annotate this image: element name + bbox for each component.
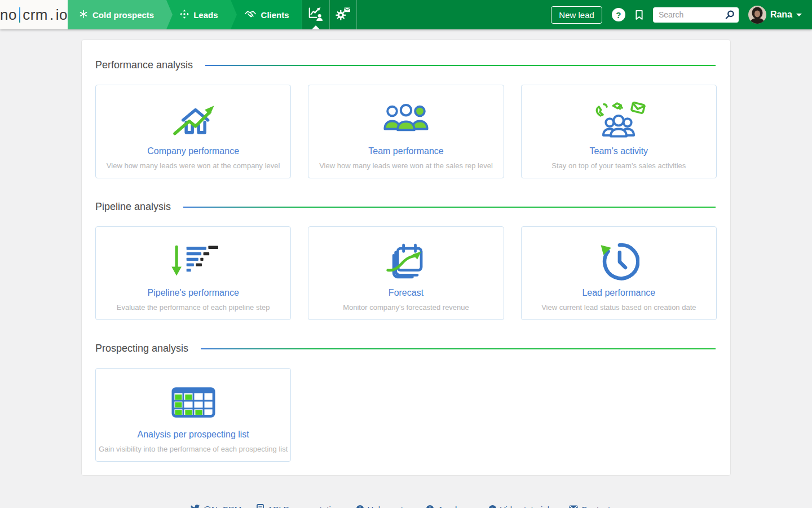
navbar-right-group: New lead ? Rana <box>551 0 812 29</box>
new-lead-button[interactable]: New lead <box>551 6 602 24</box>
card-description: Gain visibility into the performance of … <box>96 445 290 453</box>
footer-link-label: @NoCRM <box>203 505 242 508</box>
footer-link-twitter[interactable]: @NoCRM <box>191 504 242 508</box>
section-pipeline-analysis: Pipeline analysis <box>95 201 717 320</box>
footer-link-help-center[interactable]: Help center <box>356 504 411 508</box>
card-description: Monitor company's forecasted revenue <box>308 303 503 312</box>
section-divider-line <box>201 348 716 349</box>
prospecting-grid-icon <box>96 380 290 425</box>
section-divider-line <box>183 207 716 208</box>
footer-link-contact-us[interactable]: Contact us <box>569 504 622 508</box>
section-title: Performance analysis <box>95 59 193 71</box>
stats-chart-person-icon <box>308 7 323 23</box>
card-forecast[interactable]: Forecast Monitor company's forecasted re… <box>308 226 504 320</box>
card-teams-activity[interactable]: Team's activity Stay on top of your team… <box>521 85 717 178</box>
move-arrows-icon <box>180 10 189 20</box>
card-description: View current lead status based on creati… <box>522 303 716 312</box>
tab-label: Clients <box>261 10 289 20</box>
tab-leads[interactable]: Leads <box>166 0 230 29</box>
logo-dot: . <box>50 6 54 24</box>
avatar <box>748 6 766 24</box>
twitter-icon <box>191 505 200 508</box>
tab-admin-settings[interactable] <box>329 0 357 29</box>
card-pipelines-performance[interactable]: Pipeline's performance Evaluate the perf… <box>95 226 291 320</box>
card-analysis-per-prospecting-list[interactable]: Analysis per prospecting list Gain visib… <box>95 368 291 462</box>
search-box <box>653 7 739 23</box>
envelope-icon <box>569 505 578 508</box>
search-icon[interactable] <box>725 10 735 22</box>
logo-part-crm: crm <box>23 6 48 24</box>
info-circle-icon <box>426 505 434 508</box>
card-description: View how many leads were won at the sale… <box>308 161 503 170</box>
section-prospecting-analysis: Prospecting analysis <box>95 343 717 462</box>
card-title: Company performance <box>96 146 290 156</box>
card-title: Forecast <box>308 288 503 298</box>
info-circle-icon <box>356 505 364 508</box>
funnel-bars-icon <box>96 238 290 283</box>
tab-cold-prospects[interactable]: Cold prospects <box>68 0 166 29</box>
section-performance-analysis: Performance analysis <box>95 59 717 178</box>
card-company-performance[interactable]: Company performance View how many leads … <box>95 85 291 178</box>
play-circle-icon <box>488 505 497 508</box>
main-content: Performance analysis <box>0 40 812 508</box>
team-activity-icon <box>522 97 716 142</box>
section-title: Pipeline analysis <box>95 201 171 213</box>
card-lead-performance[interactable]: Lead performance View current lead statu… <box>521 226 717 320</box>
card-title: Lead performance <box>522 288 716 298</box>
top-navbar: no crm . io Cold prospects Leads Clients <box>0 0 812 29</box>
house-growth-icon <box>96 97 290 142</box>
clock-history-icon <box>522 238 716 283</box>
footer-link-label: Academy <box>438 505 473 508</box>
chevron-down-icon <box>796 14 802 16</box>
forecast-calendar-icon <box>308 238 503 283</box>
footer-link-label: Contact us <box>581 505 622 508</box>
bookmark-icon[interactable] <box>635 10 643 20</box>
app-logo[interactable]: no crm . io <box>0 0 68 29</box>
card-description: Stay on top of your team's sales activit… <box>522 161 716 170</box>
card-title: Team performance <box>308 146 503 156</box>
footer-links: @NoCRM API Documentation Help center Aca… <box>0 504 812 508</box>
logo-blue-bar <box>19 7 20 23</box>
footer-link-api-documentation[interactable]: API Documentation <box>257 504 340 508</box>
statistics-panel: Performance analysis <box>81 40 731 476</box>
card-description: Evaluate the performance of each pipelin… <box>96 303 290 312</box>
team-icon <box>308 97 503 142</box>
gear-envelope-icon <box>335 7 351 23</box>
footer-link-label: Video tutorials <box>500 505 554 508</box>
help-icon[interactable]: ? <box>612 8 625 21</box>
user-name: Rana <box>770 10 792 20</box>
footer-link-label: Help center <box>368 505 411 508</box>
section-divider-line <box>205 65 716 66</box>
section-title: Prospecting analysis <box>95 343 188 354</box>
logo-part-no: no <box>0 6 17 24</box>
logo-part-io: io <box>56 6 68 24</box>
footer-link-video-tutorials[interactable]: Video tutorials <box>488 504 554 508</box>
footer-link-academy[interactable]: Academy <box>426 504 473 508</box>
user-menu[interactable]: Rana <box>748 6 802 24</box>
card-team-performance[interactable]: Team performance View how many leads wer… <box>308 85 504 178</box>
card-description: View how many leads were won at the comp… <box>96 161 290 170</box>
tab-label: Cold prospects <box>92 10 154 20</box>
card-title: Team's activity <box>522 146 716 156</box>
card-title: Analysis per prospecting list <box>96 430 290 440</box>
card-title: Pipeline's performance <box>96 288 290 298</box>
tab-clients[interactable]: Clients <box>231 0 302 29</box>
handshake-icon <box>244 10 257 20</box>
snowflake-icon <box>79 10 88 20</box>
tab-label: Leads <box>193 10 218 20</box>
book-icon <box>257 504 264 508</box>
footer-link-label: API Documentation <box>267 505 340 508</box>
